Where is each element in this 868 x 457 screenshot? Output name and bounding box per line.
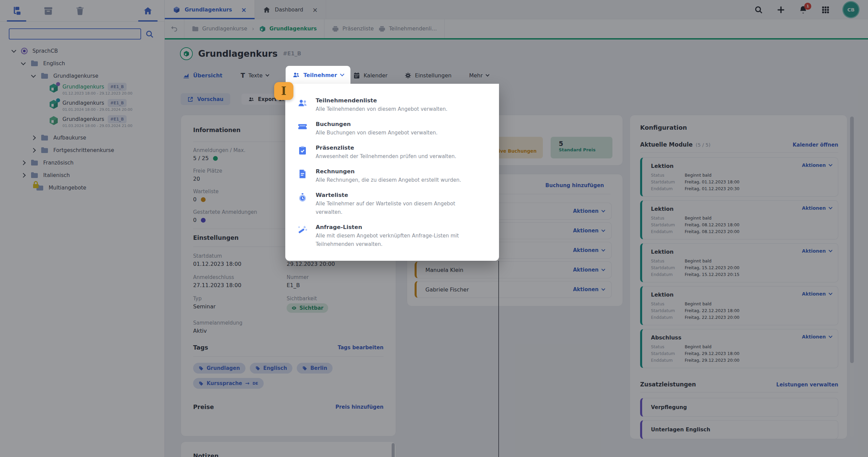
tab-label: Teilnehmer	[304, 72, 337, 78]
teilnehmer-dropdown-menu: Teilnehmendenliste Alle Teilnehmenden vo…	[285, 84, 499, 261]
menu-item-title: Warteliste	[316, 192, 478, 198]
tab-teilnehmer[interactable]: Teilnehmer	[286, 66, 350, 84]
people-icon	[292, 71, 300, 79]
menu-item-desc: Alle Buchungen von diesem Angebot verwal…	[316, 129, 438, 137]
app-window: SprachCB Englisch Grundlagenkurse Grundl…	[0, 0, 868, 457]
menu-item-title: Rechnungen	[316, 168, 461, 175]
menu-item-title: Präsenzliste	[316, 145, 456, 151]
magic-wand-icon	[297, 225, 308, 235]
menu-item-desc: Alle mit diesem Angebot verknüpften Anfr…	[316, 232, 478, 249]
menu-item-praesenzliste[interactable]: Präsenzliste Anwesenheit der Teilnehmend…	[297, 145, 499, 161]
menu-item-buchungen[interactable]: Buchungen Alle Buchungen von diesem Ange…	[297, 121, 499, 137]
text-cursor-indicator: I	[274, 82, 293, 100]
menu-item-warteliste[interactable]: Warteliste Alle Teilnehmer auf der Warte…	[297, 192, 499, 217]
stopwatch-icon	[297, 193, 308, 203]
chevron-down-icon	[340, 72, 344, 76]
menu-item-anfrage-listen[interactable]: Anfrage-Listen Alle mit diesem Angebot v…	[297, 224, 499, 249]
ticket-icon	[297, 122, 308, 132]
menu-item-desc: Alle Rechnungen, die zu diesem Angebot e…	[316, 176, 461, 184]
invoice-icon	[297, 169, 308, 180]
menu-item-desc: Alle Teilnehmer auf der Warteliste von d…	[316, 200, 478, 217]
menu-item-desc: Anwesenheit der Teilnehmenden prüfen und…	[316, 152, 456, 161]
menu-item-title: Anfrage-Listen	[316, 224, 478, 230]
menu-item-teilnehmendenliste[interactable]: Teilnehmendenliste Alle Teilnehmenden vo…	[297, 97, 499, 113]
clipboard-check-icon	[297, 145, 308, 156]
menu-item-title: Buchungen	[316, 121, 438, 127]
menu-item-desc: Alle Teilnehmenden von diesem Angebot ve…	[316, 105, 447, 113]
menu-item-title: Teilnehmendenliste	[316, 97, 447, 104]
menu-item-rechnungen[interactable]: Rechnungen Alle Rechnungen, die zu diese…	[297, 168, 499, 184]
people-icon	[297, 98, 308, 109]
